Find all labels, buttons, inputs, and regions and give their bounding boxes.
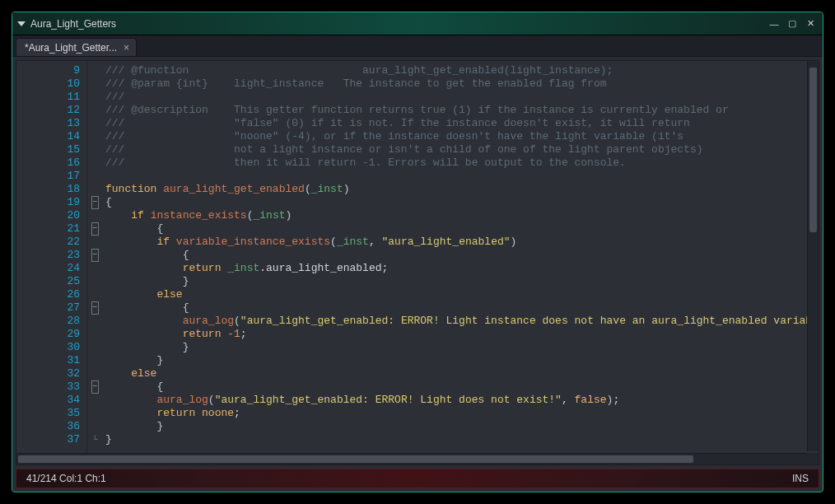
insert-mode: INS xyxy=(792,473,809,484)
minimize-button[interactable]: — xyxy=(767,17,781,30)
fold-column[interactable]: −−−−−└ xyxy=(87,61,102,464)
status-bar: 41/214 Col:1 Ch:1 INS xyxy=(16,469,819,488)
cursor-position: 41/214 Col:1 Ch:1 xyxy=(26,473,106,484)
code-area[interactable]: /// @function aura_light_get_enabled(lig… xyxy=(102,61,819,464)
window-title: Aura_Light_Getters xyxy=(30,18,767,30)
app-menu-icon[interactable] xyxy=(17,21,26,26)
horizontal-scroll-thumb[interactable] xyxy=(18,455,693,463)
tab-close-icon[interactable]: × xyxy=(124,43,129,53)
code-editor[interactable]: 9101112131415161718192021222324252627282… xyxy=(16,60,819,465)
line-number-gutter: 9101112131415161718192021222324252627282… xyxy=(16,61,87,464)
vertical-scrollbar[interactable] xyxy=(807,61,819,451)
horizontal-scrollbar[interactable] xyxy=(16,453,807,464)
close-button[interactable]: ✕ xyxy=(803,17,818,30)
titlebar[interactable]: Aura_Light_Getters — ▢ ✕ xyxy=(12,12,823,35)
vertical-scroll-thumb[interactable] xyxy=(809,68,817,232)
tab-aura-light-getters[interactable]: *Aura_Light_Getter... × xyxy=(16,38,137,56)
tab-label: *Aura_Light_Getter... xyxy=(25,42,117,54)
editor-window: Aura_Light_Getters — ▢ ✕ *Aura_Light_Get… xyxy=(12,12,823,492)
tab-bar: *Aura_Light_Getter... × xyxy=(12,35,823,57)
scroll-corner xyxy=(807,453,819,464)
maximize-button[interactable]: ▢ xyxy=(785,17,800,30)
